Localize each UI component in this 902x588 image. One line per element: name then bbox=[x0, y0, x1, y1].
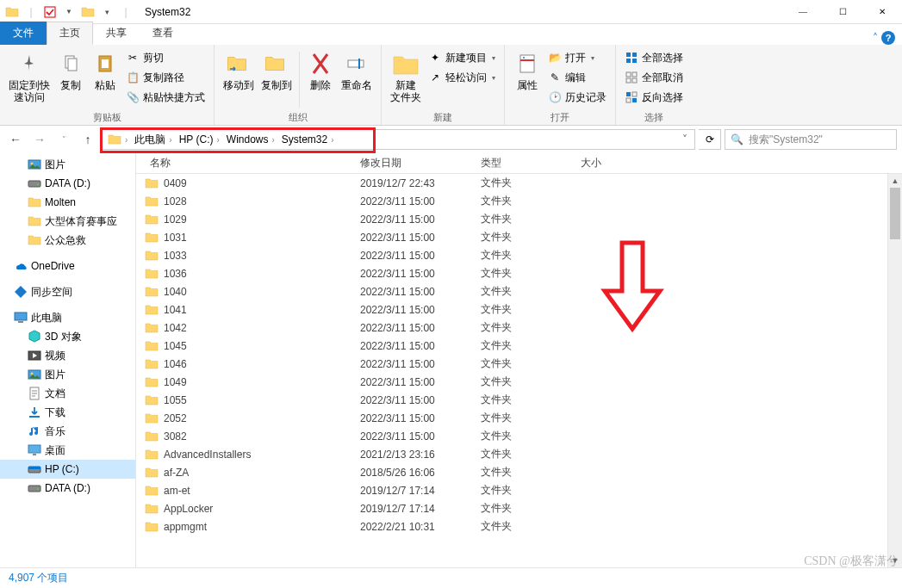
scroll-thumb[interactable] bbox=[890, 188, 900, 239]
open-button[interactable]: 📂打开▾ bbox=[544, 48, 610, 67]
history-button[interactable]: 🕑历史记录 bbox=[544, 88, 610, 107]
thispc-icon bbox=[14, 311, 28, 325]
chevron-up-icon[interactable]: ˄ bbox=[873, 32, 878, 44]
file-row[interactable]: am-et2019/12/7 17:14文件夹 bbox=[136, 481, 902, 499]
nav-item[interactable]: 大型体育赛事应 bbox=[0, 212, 135, 231]
file-row[interactable]: 10492022/3/11 15:00文件夹 bbox=[136, 373, 902, 391]
nav-item[interactable]: 同步空间 bbox=[0, 282, 135, 301]
tab-share[interactable]: 共享 bbox=[93, 22, 140, 45]
file-row[interactable]: 04092019/12/7 22:43文件夹 bbox=[136, 174, 902, 192]
breadcrumb-dropdown[interactable]: ˅ bbox=[677, 133, 693, 145]
file-date: 2022/2/21 10:31 bbox=[360, 521, 481, 533]
svg-rect-9 bbox=[626, 53, 631, 57]
group-label: 选择 bbox=[616, 111, 692, 124]
nav-item[interactable]: 图片 bbox=[0, 365, 135, 384]
forward-button[interactable]: → bbox=[29, 129, 50, 150]
file-row[interactable]: AppLocker2019/12/7 17:14文件夹 bbox=[136, 499, 902, 517]
copy-path-button[interactable]: 📋复制路径 bbox=[122, 68, 208, 87]
file-row[interactable]: 10402022/3/11 15:00文件夹 bbox=[136, 282, 902, 300]
group-select: 全部选择 全部取消 反向选择 选择 bbox=[616, 45, 692, 125]
file-list[interactable]: 04092019/12/7 22:43文件夹10282022/3/11 15:0… bbox=[136, 174, 902, 567]
copy-button[interactable]: 复制 bbox=[53, 48, 88, 111]
nav-item[interactable]: 此电脑 bbox=[0, 308, 135, 327]
breadcrumb[interactable]: › 此电脑› HP (C:)› Windows› System32› ˅ bbox=[102, 129, 695, 150]
nav-item[interactable]: HP (C:) bbox=[0, 460, 135, 479]
maximize-button[interactable]: ☐ bbox=[823, 0, 862, 24]
tab-view[interactable]: 查看 bbox=[140, 22, 186, 45]
file-row[interactable]: 30822022/3/11 15:00文件夹 bbox=[136, 427, 902, 445]
help-icon[interactable]: ? bbox=[881, 31, 895, 45]
new-folder-button[interactable]: 新建 文件夹 bbox=[387, 48, 425, 111]
refresh-button[interactable]: ⟳ bbox=[699, 129, 721, 150]
file-row[interactable]: 10462022/3/11 15:00文件夹 bbox=[136, 355, 902, 373]
edit-button[interactable]: ✎编辑 bbox=[544, 68, 610, 87]
file-row[interactable]: 10292022/3/11 15:00文件夹 bbox=[136, 210, 902, 228]
file-row[interactable]: 10312022/3/11 15:00文件夹 bbox=[136, 228, 902, 246]
file-row[interactable]: 10362022/3/11 15:00文件夹 bbox=[136, 264, 902, 282]
qat-overflow[interactable]: ▾ bbox=[98, 3, 115, 21]
file-row[interactable]: 10552022/3/11 15:00文件夹 bbox=[136, 391, 902, 409]
properties-button[interactable]: 属性 bbox=[510, 48, 544, 111]
nav-item[interactable]: 3D 对象 bbox=[0, 327, 135, 346]
navigation-pane[interactable]: 图片DATA (D:)Molten大型体育赛事应公众急救OneDrive同步空间… bbox=[0, 153, 136, 567]
nav-item[interactable]: 视频 bbox=[0, 346, 135, 365]
file-row[interactable]: AdvancedInstallers2021/2/13 23:16文件夹 bbox=[136, 445, 902, 463]
nav-item[interactable]: Molten bbox=[0, 193, 135, 212]
file-row[interactable]: 10282022/3/11 15:00文件夹 bbox=[136, 192, 902, 210]
file-type: 文件夹 bbox=[481, 212, 581, 226]
pictures-icon bbox=[28, 368, 41, 381]
tab-home[interactable]: 主页 bbox=[47, 22, 93, 45]
nav-item[interactable]: 文档 bbox=[0, 384, 135, 403]
file-row[interactable]: appmgmt2022/2/21 10:31文件夹 bbox=[136, 517, 902, 535]
rename-button[interactable]: 重命名 bbox=[338, 48, 376, 111]
up-button[interactable]: ↑ bbox=[78, 129, 98, 150]
select-all-button[interactable]: 全部选择 bbox=[621, 48, 687, 67]
dropdown-icon[interactable]: ▼ bbox=[60, 3, 78, 21]
cut-button[interactable]: ✂剪切 bbox=[122, 48, 208, 67]
file-row[interactable]: 10332022/3/11 15:00文件夹 bbox=[136, 246, 902, 264]
nav-item[interactable]: DATA (D:) bbox=[0, 174, 135, 193]
column-headers[interactable]: 名称 修改日期 类型 大小 bbox=[136, 153, 902, 174]
checkbox-icon[interactable] bbox=[41, 3, 59, 21]
file-row[interactable]: 10422022/3/11 15:00文件夹 bbox=[136, 319, 902, 337]
new-item-button[interactable]: ✦新建项目▾ bbox=[425, 48, 499, 67]
file-date: 2022/3/11 15:00 bbox=[360, 394, 481, 406]
back-button[interactable]: ← bbox=[5, 129, 26, 150]
col-name[interactable]: 名称 bbox=[136, 156, 360, 170]
nav-item[interactable]: 音乐 bbox=[0, 422, 135, 441]
search-input[interactable]: 🔍 搜索"System32" bbox=[725, 129, 897, 150]
nav-item[interactable]: 桌面 bbox=[0, 441, 135, 460]
paste-shortcut-button[interactable]: 📎粘贴快捷方式 bbox=[122, 88, 208, 107]
file-row[interactable]: 10412022/3/11 15:00文件夹 bbox=[136, 300, 902, 319]
paste-button[interactable]: 粘贴 bbox=[88, 48, 122, 111]
file-row[interactable]: 10452022/3/11 15:00文件夹 bbox=[136, 337, 902, 355]
close-button[interactable]: ✕ bbox=[862, 0, 902, 24]
col-type[interactable]: 类型 bbox=[481, 156, 581, 170]
invert-selection-button[interactable]: 反向选择 bbox=[621, 88, 687, 107]
col-date[interactable]: 修改日期 bbox=[360, 156, 481, 170]
nav-label: 公众急救 bbox=[45, 233, 86, 248]
file-row[interactable]: 20522022/3/11 15:00文件夹 bbox=[136, 409, 902, 427]
nav-item[interactable]: OneDrive bbox=[0, 257, 135, 275]
easy-access-button[interactable]: ↗轻松访问▾ bbox=[425, 68, 499, 87]
nav-item[interactable]: DATA (D:) bbox=[0, 479, 135, 498]
nav-item[interactable]: 图片 bbox=[0, 155, 135, 174]
svg-point-24 bbox=[37, 183, 39, 185]
copy-to-button[interactable]: 复制到 bbox=[258, 48, 295, 111]
scroll-down-icon[interactable]: ▼ bbox=[888, 554, 902, 567]
move-to-button[interactable]: 移动到 bbox=[220, 48, 258, 111]
select-none-button[interactable]: 全部取消 bbox=[621, 68, 687, 87]
nav-item[interactable]: 公众急救 bbox=[0, 231, 135, 250]
minimize-button[interactable]: — bbox=[783, 0, 823, 24]
scroll-up-icon[interactable]: ▲ bbox=[888, 174, 902, 188]
col-size[interactable]: 大小 bbox=[581, 156, 650, 170]
recent-locations[interactable]: ˅ bbox=[53, 129, 74, 150]
folder-icon bbox=[3, 3, 21, 21]
file-row[interactable]: af-ZA2018/5/26 16:06文件夹 bbox=[136, 463, 902, 481]
pin-button[interactable]: 固定到快 速访问 bbox=[5, 48, 53, 111]
scrollbar[interactable]: ▲ ▼ bbox=[887, 174, 902, 567]
tab-file[interactable]: 文件 bbox=[0, 22, 47, 45]
delete-button[interactable]: 删除 bbox=[303, 48, 338, 111]
nav-label: 图片 bbox=[45, 158, 65, 172]
nav-item[interactable]: 下载 bbox=[0, 403, 135, 422]
